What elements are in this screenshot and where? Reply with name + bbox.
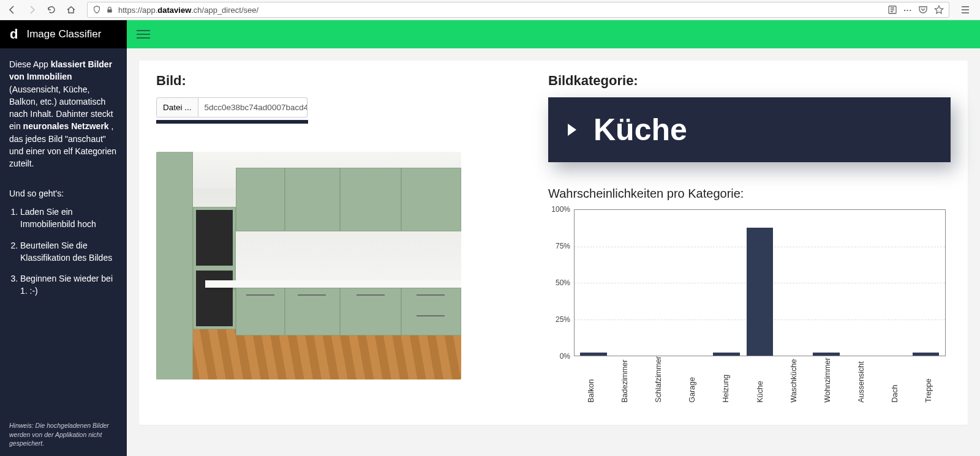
y-tick-label: 0% <box>560 352 570 361</box>
chart-plot-area <box>574 209 946 356</box>
shield-icon <box>92 6 101 14</box>
probability-chart: 0%25%50%75%100% BalkonBadezimmerSchlafzi… <box>548 209 951 406</box>
browser-toolbar: https://app.dataview.ch/app_direct/see/ … <box>0 0 980 20</box>
bar-slot <box>810 210 843 356</box>
url-bar-container: https://app.dataview.ch/app_direct/see/ … <box>87 2 949 18</box>
x-tick-label: Garage <box>688 356 696 406</box>
bar-slot <box>876 210 909 356</box>
bar-slot <box>577 210 610 356</box>
category-section-title: Bildkategorie: <box>548 73 951 89</box>
y-tick-label: 75% <box>556 242 570 250</box>
result-column: Bildkategorie: Küche Wahrscheinlichkeite… <box>548 73 951 406</box>
result-label: Küche <box>594 112 687 148</box>
bar-slot <box>910 210 943 356</box>
x-tick-label: Aussensicht <box>857 356 865 406</box>
nav-forward-button[interactable] <box>23 1 40 18</box>
bar <box>813 353 839 356</box>
bar-slot <box>743 210 776 356</box>
howto-title: Und so geht's: <box>9 187 118 200</box>
x-axis-labels: BalkonBadezimmerSchlafzimmerGarageHeizun… <box>574 356 946 406</box>
file-name-display: 5dcc0e38bc74ad0007bacd49- <box>198 97 307 118</box>
upload-progress <box>156 120 308 124</box>
lock-icon <box>106 6 113 14</box>
bar-slot <box>843 210 876 356</box>
chevron-right-icon <box>568 124 576 136</box>
image-column: Bild: Datei ... 5dcc0e38bc74ad0007bacd49… <box>156 73 524 406</box>
x-tick-label: Küche <box>756 356 764 406</box>
sidebar: d Image Classifier Diese App klassiert B… <box>0 20 127 456</box>
bar-slot <box>677 210 710 356</box>
y-axis-labels: 0%25%50%75%100% <box>548 209 573 356</box>
star-icon[interactable] <box>934 5 944 15</box>
y-tick-label: 100% <box>551 205 570 214</box>
reload-button[interactable] <box>43 1 60 18</box>
x-tick-label: Wohnzimmer <box>823 356 832 406</box>
url-text: https://app.dataview.ch/app_direct/see/ <box>118 6 883 15</box>
logo-text: Image Classifier <box>26 28 101 40</box>
x-tick-label: Dach <box>891 356 899 406</box>
howto-list: Laden Sie ein Immobilienbild hoch Beurte… <box>9 206 118 297</box>
file-choose-button[interactable]: Datei ... <box>156 97 198 118</box>
bar <box>747 228 773 356</box>
bar <box>713 353 739 356</box>
bar-slot <box>644 210 677 356</box>
pocket-icon[interactable] <box>918 5 928 15</box>
y-tick-label: 50% <box>556 278 570 287</box>
bar <box>580 353 606 356</box>
more-icon[interactable]: ··· <box>903 6 912 15</box>
logo-mark: d <box>10 26 18 42</box>
image-section-title: Bild: <box>156 73 524 89</box>
uploaded-image <box>156 152 461 379</box>
x-tick-label: Waschküche <box>790 356 798 406</box>
nav-back-button[interactable] <box>4 1 21 18</box>
bar-slot <box>710 210 743 356</box>
main-area: Bild: Datei ... 5dcc0e38bc74ad0007bacd49… <box>127 20 980 456</box>
bar-slot <box>777 210 810 356</box>
prob-section-title: Wahrscheinlichkeiten pro Kategorie: <box>548 187 951 201</box>
sidebar-body: Diese App klassiert Bilder von Immobilie… <box>0 48 127 421</box>
step-3: Beginnen Sie wieder bei 1. :-) <box>20 272 118 297</box>
file-input-row: Datei ... 5dcc0e38bc74ad0007bacd49- <box>156 97 524 118</box>
content-card: Bild: Datei ... 5dcc0e38bc74ad0007bacd49… <box>139 61 968 425</box>
bar-slot <box>610 210 643 356</box>
home-button[interactable] <box>62 1 80 18</box>
app-logo: d Image Classifier <box>0 20 127 48</box>
bar <box>913 353 939 356</box>
sidebar-hint: Hinweis: Die hochgeladenen Bilder werden… <box>0 421 127 456</box>
topbar <box>127 20 980 48</box>
svg-rect-0 <box>107 9 112 12</box>
url-bar[interactable]: https://app.dataview.ch/app_direct/see/ … <box>87 2 949 18</box>
x-tick-label: Treppe <box>924 356 933 406</box>
x-tick-label: Schlafzimmer <box>654 356 663 406</box>
y-tick-label: 25% <box>556 315 570 324</box>
browser-menu-button[interactable] <box>957 1 974 18</box>
sidebar-intro: Diese App klassiert Bilder von Immobilie… <box>9 58 118 170</box>
step-2: Beurteilen Sie die Klassifikation des Bi… <box>20 239 118 264</box>
menu-toggle-button[interactable] <box>137 28 150 41</box>
step-1: Laden Sie ein Immobilienbild hoch <box>20 206 118 231</box>
x-tick-label: Badezimmer <box>620 356 629 406</box>
x-tick-label: Heizung <box>722 356 730 406</box>
reader-icon[interactable] <box>888 5 897 15</box>
result-badge: Küche <box>548 97 951 162</box>
app-root: d Image Classifier Diese App klassiert B… <box>0 20 980 456</box>
x-tick-label: Balkon <box>587 356 595 406</box>
